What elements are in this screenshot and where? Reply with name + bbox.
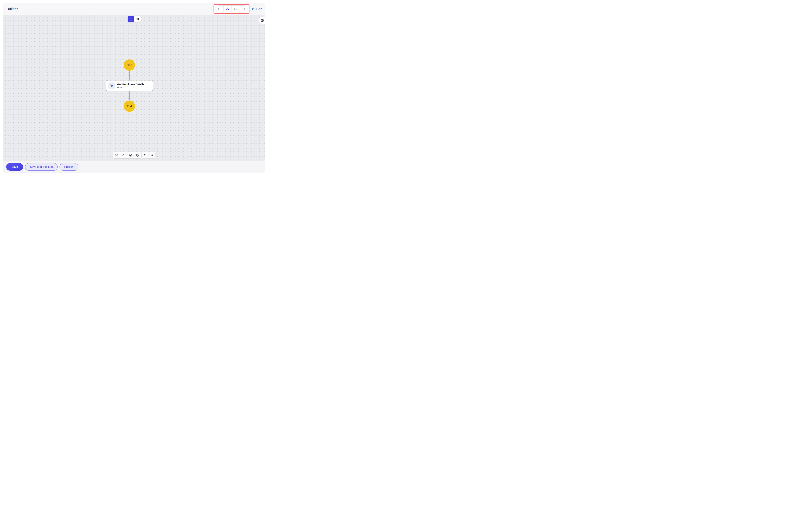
flow-icon <box>226 7 229 11</box>
validate-button[interactable] <box>127 152 134 158</box>
zoom-in-icon <box>150 154 153 157</box>
stats-view-button[interactable] <box>231 5 240 12</box>
pie-chart-icon <box>234 7 237 11</box>
start-node-label: Start <box>127 64 132 67</box>
save-and-execute-button[interactable]: Save and Execute <box>25 163 58 171</box>
canvas-view-toggle <box>128 16 141 22</box>
end-node-label: End <box>127 104 132 108</box>
tree-layout-icon <box>122 154 125 157</box>
toggle-code-view-button[interactable] <box>134 16 141 22</box>
list-icon <box>218 7 221 11</box>
step-icon-tile <box>108 82 115 89</box>
footer-actions: Save Save and Execute Publish <box>3 161 265 173</box>
pass-icon <box>110 84 114 88</box>
help-label: Help <box>256 7 262 11</box>
flow-canvas[interactable]: Start <box>3 15 265 161</box>
connection-handle <box>106 90 107 91</box>
toggle-flow-view-button[interactable] <box>128 16 134 22</box>
step-card-get-employee-details[interactable]: Get Employee Details Pass <box>106 81 153 91</box>
canvas-zoom-toolbar <box>142 152 155 158</box>
connection-handle <box>106 80 107 81</box>
start-node[interactable]: Start <box>124 60 135 71</box>
help-link[interactable]: Help <box>252 7 262 11</box>
save-button[interactable]: Save <box>6 163 23 171</box>
connection-handle <box>152 80 153 81</box>
page-title: Builder <box>6 7 18 11</box>
builder-panel: Builder <box>3 3 265 173</box>
header-right: Help <box>213 3 262 15</box>
list-view-button[interactable] <box>215 5 224 12</box>
step-title: Get Employee Details <box>117 83 144 86</box>
annotation-highlight-box <box>213 4 249 14</box>
fit-view-button[interactable] <box>113 152 120 158</box>
connection-handle <box>152 90 153 91</box>
view-mode-toolbar <box>215 5 248 12</box>
end-node[interactable]: End <box>124 100 135 112</box>
info-icon[interactable] <box>21 7 23 11</box>
undo-button[interactable] <box>134 152 141 158</box>
check-circle-icon <box>129 154 132 157</box>
undo-icon <box>136 154 139 157</box>
panel-collapse-icon <box>261 19 264 22</box>
help-icon <box>252 7 255 11</box>
header: Builder <box>3 3 265 15</box>
step-texts: Get Employee Details Pass <box>117 83 144 89</box>
zoom-in-button[interactable] <box>148 152 155 158</box>
code-cloud-icon <box>136 17 139 21</box>
refresh-icon <box>242 7 245 11</box>
publish-button[interactable]: Publish <box>60 163 78 171</box>
flow-icon <box>129 18 133 21</box>
flow-view-button[interactable] <box>224 5 231 12</box>
auto-layout-button[interactable] <box>120 152 127 158</box>
executions-view-button[interactable] <box>240 5 247 12</box>
step-subtitle: Pass <box>117 86 144 89</box>
canvas-tools-toolbar <box>113 152 141 158</box>
builder-window: Builder <box>0 0 268 176</box>
zoom-out-button[interactable] <box>142 152 148 158</box>
fit-view-icon <box>115 154 118 157</box>
zoom-out-icon <box>144 154 147 157</box>
collapse-panel-button[interactable] <box>259 17 265 23</box>
